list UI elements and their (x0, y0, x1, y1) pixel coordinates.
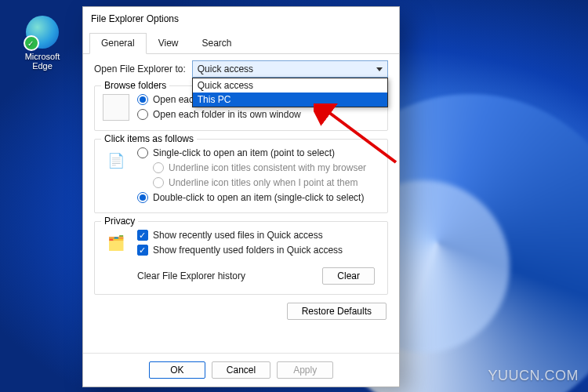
desktop-icon-label: Microsoft Edge (17, 52, 67, 71)
titlebar[interactable]: File Explorer Options (83, 7, 399, 31)
radio-own-window[interactable] (137, 109, 148, 120)
radio-underline-point (153, 177, 164, 188)
open-explorer-combo[interactable]: Quick access Quick access This PC (192, 60, 388, 78)
clear-button[interactable]: Clear (322, 267, 375, 285)
watermark: YUUCN.COM (488, 368, 579, 384)
open-explorer-dropdown: Quick access This PC (192, 78, 388, 107)
radio-single-click-label: Single-click to open an item (point to s… (153, 147, 335, 158)
check-recent-files-label: Show recently used files in Quick access (153, 230, 323, 241)
group-privacy-title: Privacy (101, 216, 138, 227)
radio-single-click[interactable] (137, 147, 148, 158)
clear-history-label: Clear File Explorer history (137, 270, 245, 281)
radio-double-click[interactable] (137, 192, 148, 203)
click-cursor-icon: 📄 (103, 147, 129, 174)
check-frequent-folders[interactable] (137, 245, 148, 256)
radio-same-window[interactable] (137, 94, 148, 105)
folder-icon (103, 94, 129, 121)
apply-button: Apply (277, 361, 333, 379)
group-browse-title: Browse folders (101, 80, 169, 91)
check-recent-files[interactable] (137, 230, 148, 241)
tab-view[interactable]: View (147, 33, 191, 54)
tab-general[interactable]: General (89, 33, 147, 54)
group-click-items: Click items as follows 📄 Single-click to… (94, 139, 388, 213)
ok-button[interactable]: OK (149, 361, 205, 379)
check-frequent-folders-label: Show frequently used folders in Quick ac… (153, 245, 343, 256)
radio-double-click-label: Double-click to open an item (single-cli… (153, 192, 364, 203)
restore-defaults-button[interactable]: Restore Defaults (287, 303, 387, 320)
dialog-title: File Explorer Options (91, 13, 179, 24)
chevron-down-icon (376, 67, 383, 71)
cancel-button[interactable]: Cancel (212, 361, 270, 379)
open-explorer-label: Open File Explorer to: (94, 64, 186, 74)
radio-own-window-label: Open each folder in its own window (153, 109, 301, 120)
radio-underline-browser-label: Underline icon titles consistent with my… (169, 162, 366, 173)
group-privacy: Privacy 🗂️ Show recently used files in Q… (94, 221, 388, 295)
radio-underline-point-label: Underline icon titles only when I point … (169, 177, 358, 188)
tab-search[interactable]: Search (191, 33, 244, 54)
tab-strip: General View Search (83, 32, 399, 54)
option-quick-access[interactable]: Quick access (193, 78, 387, 93)
radio-underline-browser (153, 162, 164, 173)
edge-icon: ✓ (26, 16, 59, 49)
privacy-icon: 🗂️ (103, 230, 129, 256)
option-this-pc[interactable]: This PC (193, 93, 387, 107)
file-explorer-options-dialog: File Explorer Options General View Searc… (82, 6, 400, 387)
dialog-footer: OK Cancel Apply (83, 353, 399, 387)
desktop-icon-edge[interactable]: ✓ Microsoft Edge (17, 16, 67, 71)
group-click-title: Click items as follows (101, 133, 197, 144)
combo-value: Quick access (198, 64, 253, 74)
